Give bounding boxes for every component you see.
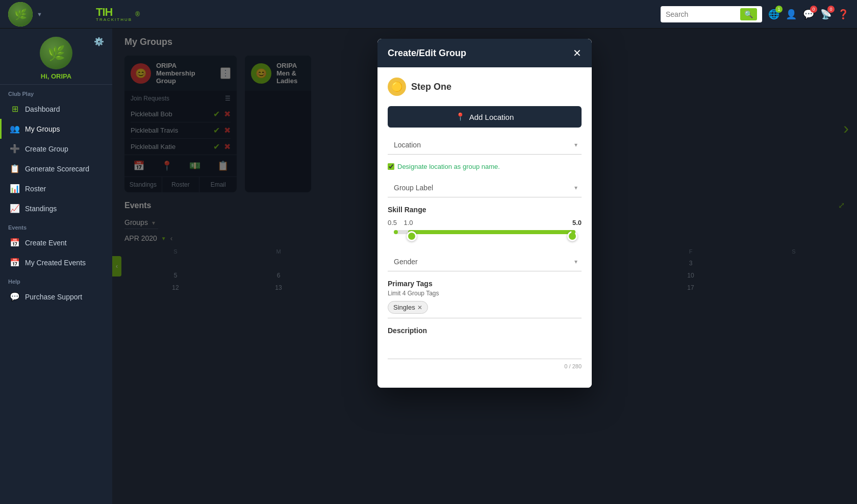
sidebar-item-label: Dashboard bbox=[25, 105, 60, 113]
primary-tags-label: Primary Tags bbox=[388, 280, 582, 288]
sidebar-avatar: 🌿 bbox=[40, 37, 72, 69]
tag-chip-singles: Singles ✕ bbox=[388, 301, 428, 314]
modal-close-button[interactable]: ✕ bbox=[573, 47, 582, 59]
location-select[interactable]: Location bbox=[388, 136, 582, 155]
help-section-label: Help bbox=[0, 272, 112, 287]
location-pin-icon: 📍 bbox=[456, 112, 465, 121]
sidebar-item-create-group[interactable]: ➕ Create Group bbox=[0, 139, 112, 159]
step-icon: 🟡 bbox=[388, 78, 406, 96]
dashboard-icon: ⊞ bbox=[10, 104, 20, 114]
sidebar-item-label: Create Event bbox=[25, 239, 67, 247]
globe-icon-btn[interactable]: 🌐 1 bbox=[768, 9, 779, 20]
chat-icon-btn[interactable]: 💬 0 bbox=[803, 9, 814, 20]
description-textarea[interactable] bbox=[388, 339, 582, 359]
modal-title: Create/Edit Group bbox=[388, 48, 466, 59]
tag-remove-button[interactable]: ✕ bbox=[417, 304, 422, 311]
sidebar-item-label: My Groups bbox=[25, 125, 60, 133]
designate-checkbox[interactable] bbox=[388, 163, 394, 170]
gear-icon[interactable]: ⚙️ bbox=[94, 37, 104, 46]
events-section-label: Events bbox=[0, 218, 112, 233]
tags-row: Singles ✕ bbox=[388, 301, 582, 318]
roster-icon: 📊 bbox=[10, 184, 20, 193]
sidebar-item-label: Create Group bbox=[25, 145, 68, 153]
modal-overlay: Create/Edit Group ✕ 🟡 Step One 📍 Add Loc… bbox=[112, 29, 857, 504]
user-greeting: Hi, ORIPA bbox=[41, 72, 71, 80]
globe-badge: 1 bbox=[775, 6, 783, 13]
sidebar-item-label: Standings bbox=[25, 205, 57, 213]
nav-icon-group: 🌐 1 👤 💬 0 📡 0 ❓ bbox=[768, 9, 849, 20]
sidebar-item-roster[interactable]: 📊 Roster bbox=[0, 179, 112, 198]
sidebar-item-label: Generate Scorecard bbox=[25, 165, 89, 173]
group-label-select[interactable]: Group Label bbox=[388, 179, 582, 197]
add-location-button[interactable]: 📍 Add Location bbox=[388, 106, 582, 128]
modal-header: Create/Edit Group ✕ bbox=[377, 39, 592, 67]
sidebar-item-my-created-events[interactable]: 📅 My Created Events bbox=[0, 253, 112, 272]
skill-max-value: 5.0 bbox=[572, 219, 582, 226]
sidebar-item-generate-scorecard[interactable]: 📋 Generate Scorecard bbox=[0, 159, 112, 179]
skill-slider-track bbox=[392, 230, 577, 242]
sidebar-user-section: ⚙️ 🌿 Hi, ORIPA bbox=[0, 29, 112, 85]
help-icon-btn[interactable]: ❓ bbox=[838, 9, 849, 20]
skill-min-value: 0.5 bbox=[388, 219, 397, 226]
sidebar-item-create-event[interactable]: 📅 Create Event bbox=[0, 233, 112, 253]
step-label: Step One bbox=[411, 82, 451, 92]
sidebar-item-label: Purchase Support bbox=[25, 293, 82, 301]
my-groups-icon: 👥 bbox=[10, 124, 20, 134]
modal-body: 🟡 Step One 📍 Add Location Location ▾ bbox=[377, 67, 592, 388]
chat-badge: 0 bbox=[810, 6, 817, 13]
standings-icon: 📈 bbox=[10, 204, 20, 213]
group-label-form-group: Group Label ▾ bbox=[388, 179, 582, 197]
designate-checkbox-row: Designate location as group name. bbox=[388, 163, 582, 170]
search-input[interactable] bbox=[666, 10, 737, 18]
add-location-button-label: Add Location bbox=[469, 113, 514, 121]
search-button[interactable]: 🔍 bbox=[740, 8, 757, 20]
create-event-icon: 📅 bbox=[10, 238, 20, 247]
sidebar-item-my-groups[interactable]: 👥 My Groups bbox=[0, 119, 112, 139]
main-content: My Groups 😊 ORIPA Membership Group ⋮ Joi… bbox=[112, 29, 857, 504]
step-header: 🟡 Step One bbox=[388, 78, 582, 96]
primary-tags-section: Primary Tags Limit 4 Group Tags Singles … bbox=[388, 280, 582, 318]
description-section: Description 0 / 280 bbox=[388, 326, 582, 369]
sidebar-item-label: Roster bbox=[25, 185, 46, 193]
skill-mid-value: 1.0 bbox=[404, 219, 413, 226]
club-play-section-label: Club Play bbox=[0, 85, 112, 99]
create-group-icon: ➕ bbox=[10, 144, 20, 154]
skill-range-section: Skill Range 0.5 1.0 5.0 bbox=[388, 206, 582, 242]
search-box: 🔍 bbox=[661, 6, 762, 22]
gender-form-group: Gender ▾ bbox=[388, 253, 582, 271]
my-events-icon: 📅 bbox=[10, 258, 20, 267]
sidebar: ⚙️ 🌿 Hi, ORIPA Club Play ⊞ Dashboard 👥 M… bbox=[0, 29, 112, 504]
description-char-count: 0 / 280 bbox=[388, 363, 582, 369]
skill-range-values: 0.5 1.0 5.0 bbox=[388, 218, 582, 227]
person-icon-btn[interactable]: 👤 bbox=[786, 9, 797, 20]
rss-badge: 0 bbox=[827, 6, 835, 13]
support-icon: 💬 bbox=[10, 292, 20, 301]
sidebar-item-dashboard[interactable]: ⊞ Dashboard bbox=[0, 99, 112, 119]
tags-limit-label: Limit 4 Group Tags bbox=[388, 290, 582, 297]
tag-label: Singles bbox=[393, 304, 415, 311]
app-logo: TIH TRACKITHUB bbox=[96, 7, 132, 22]
sidebar-item-label: My Created Events bbox=[25, 259, 86, 267]
description-label: Description bbox=[388, 326, 582, 335]
rss-icon-btn[interactable]: 📡 0 bbox=[820, 9, 831, 20]
search-icon: 🔍 bbox=[744, 10, 753, 18]
create-edit-group-modal: Create/Edit Group ✕ 🟡 Step One 📍 Add Loc… bbox=[377, 39, 592, 388]
location-form-group: Location ▾ bbox=[388, 136, 582, 155]
top-navigation: 🌿 ▼ TIH TRACKITHUB ® 🔍 🌐 1 👤 💬 0 📡 0 ❓ bbox=[0, 0, 857, 29]
designate-label: Designate location as group name. bbox=[397, 163, 500, 170]
skill-range-label: Skill Range bbox=[388, 206, 582, 214]
scorecard-icon: 📋 bbox=[10, 164, 20, 173]
sidebar-item-purchase-support[interactable]: 💬 Purchase Support bbox=[0, 287, 112, 307]
gender-select[interactable]: Gender bbox=[388, 253, 582, 271]
sidebar-item-standings[interactable]: 📈 Standings bbox=[0, 198, 112, 218]
user-avatar[interactable]: 🌿 bbox=[8, 2, 33, 27]
